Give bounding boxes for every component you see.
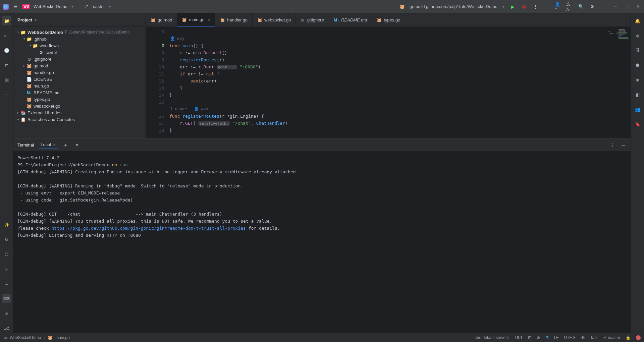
- build-tool-icon[interactable]: ↻: [2, 235, 11, 244]
- pull-requests-icon[interactable]: ⇄: [2, 60, 11, 70]
- close-tab-icon[interactable]: ×: [208, 17, 211, 22]
- main-menu-icon[interactable]: ☰: [12, 3, 19, 10]
- run-tool-icon[interactable]: ▷: [2, 264, 11, 274]
- search-icon[interactable]: 🔍: [578, 3, 584, 10]
- structure-tool-icon[interactable]: ▤: [2, 75, 11, 84]
- status-windows-icon[interactable]: ⊞: [545, 335, 549, 340]
- tree-external-libs[interactable]: ▸📚External Libraries: [13, 109, 146, 116]
- services-tool-icon[interactable]: ⬡: [2, 249, 11, 259]
- project-tool-icon[interactable]: 📁: [2, 16, 11, 25]
- collaborate-icon[interactable]: 👥: [633, 105, 642, 114]
- go-icon: 🐹: [48, 335, 53, 340]
- tree-file-readme[interactable]: M↓README.md: [13, 89, 146, 96]
- breadcrumb-project[interactable]: WebSocketDemo: [10, 335, 41, 340]
- tree-scratches[interactable]: ▸📋Scratches and Consoles: [13, 116, 146, 123]
- terminal-panel: Terminal Local× ＋ ▾ ⋮ ─ PowerShell 7.4.2…: [13, 138, 631, 333]
- run-config-label[interactable]: go build github.com/palp1tate/We...cketD…: [410, 4, 497, 9]
- more-tools-icon[interactable]: ⋯: [2, 90, 11, 99]
- maximize-icon[interactable]: ☐: [623, 3, 630, 10]
- tree-file-license[interactable]: 📄LICENSE: [13, 76, 146, 82]
- project-name[interactable]: WebSocketDemo: [34, 4, 67, 9]
- chevron-down-icon[interactable]: ▾: [35, 18, 37, 22]
- run-gutter-icon[interactable]: ▶: [162, 42, 165, 49]
- status-readmode-icon[interactable]: 👁: [581, 335, 585, 340]
- chevron-down-icon[interactable]: ▾: [71, 5, 73, 8]
- readermode-icon[interactable]: 👁̶: [608, 30, 613, 37]
- tab-more-icon[interactable]: ⋮: [621, 17, 627, 23]
- vcs-tool-icon[interactable]: 🕒: [2, 46, 11, 55]
- branch-name[interactable]: master: [92, 4, 105, 9]
- git-tool-icon[interactable]: ⎇: [2, 323, 11, 333]
- inspection-ok-icon[interactable]: ✓: [616, 30, 619, 37]
- tab-handler[interactable]: 🐹handler.go: [215, 13, 253, 26]
- settings-icon[interactable]: ⚙: [589, 3, 596, 10]
- status-error-indicator[interactable]: [636, 335, 641, 340]
- terminal-link[interactable]: https://pkg.go.dev/github.com/gin-gonic/…: [52, 226, 246, 231]
- database-icon[interactable]: 🗄: [633, 46, 642, 55]
- status-indent[interactable]: Tab: [590, 335, 597, 340]
- status-cursor-pos[interactable]: 19:1: [515, 335, 522, 340]
- tree-folder-github[interactable]: ▾📁.github: [13, 36, 146, 42]
- chevron-down-icon[interactable]: ▾: [109, 5, 111, 8]
- tab-main[interactable]: 🐹main.go×: [177, 13, 215, 26]
- tree-file-websocket[interactable]: 🐹websocket.go: [13, 103, 146, 109]
- tab-gomod[interactable]: 🐹go.mod: [146, 13, 177, 26]
- coverage-icon[interactable]: ◧: [633, 90, 642, 99]
- tree-root[interactable]: ▾📁WebSocketDemoF:\GolandProjects\WebSock…: [13, 29, 146, 36]
- close-icon[interactable]: ✕: [635, 3, 641, 10]
- project-panel: Project ▾ ▾📁WebSocketDemoF:\GolandProjec…: [13, 13, 146, 138]
- tree-file-ci[interactable]: ⚙ci.yml: [13, 49, 146, 56]
- tab-readme[interactable]: M↓README.md: [329, 13, 372, 26]
- terminal-output[interactable]: PowerShell 7.4.2 PS F:\GolandProjects\We…: [13, 152, 631, 333]
- terminal-title: Terminal: [17, 142, 34, 148]
- endpoints-icon[interactable]: ⊕: [633, 75, 642, 84]
- status-icon-1[interactable]: ⊡: [528, 335, 531, 340]
- hide-terminal-icon[interactable]: ─: [620, 142, 627, 149]
- debug-icon[interactable]: 🐞: [521, 3, 527, 10]
- ai-chat-icon[interactable]: ⊚: [633, 31, 642, 40]
- inspection-menu-icon[interactable]: ⋮: [622, 30, 627, 37]
- go-icon: 🐹: [399, 4, 405, 9]
- minimize-icon[interactable]: ─: [612, 3, 619, 10]
- tree-file-gomod[interactable]: ▸🐹go.mod: [13, 62, 146, 69]
- notifications-icon[interactable]: 🔔: [633, 16, 642, 25]
- minimap[interactable]: [617, 27, 631, 138]
- problems-tool-icon[interactable]: ⚠: [2, 308, 11, 318]
- tab-types[interactable]: 🐹types.go: [372, 13, 405, 26]
- terminal-tool-icon[interactable]: ⌨: [2, 294, 11, 303]
- tree-file-main[interactable]: 🐹main.go: [13, 82, 146, 89]
- project-tree[interactable]: ▾📁WebSocketDemoF:\GolandProjects\WebSock…: [13, 27, 146, 138]
- close-icon[interactable]: ×: [53, 142, 56, 147]
- status-lock-icon[interactable]: 🔒: [626, 335, 631, 340]
- more-icon[interactable]: ⋮: [532, 3, 539, 10]
- tree-file-types[interactable]: 🐹types.go: [13, 96, 146, 103]
- status-icon-2[interactable]: ⊕: [537, 335, 540, 340]
- tree-folder-workflows[interactable]: ▾📁workflows: [13, 42, 146, 49]
- status-line-ending[interactable]: LF: [554, 335, 559, 340]
- codewithme-icon[interactable]: 👤⁺: [555, 3, 561, 10]
- bookmark-icon[interactable]: 🔖: [633, 119, 642, 129]
- ai-assistant-icon[interactable]: ✨: [2, 220, 11, 229]
- tab-gitignore[interactable]: ⊘.gitignore: [296, 13, 329, 26]
- breadcrumb-file[interactable]: main.go: [55, 335, 70, 340]
- add-terminal-icon[interactable]: ＋: [62, 142, 69, 149]
- editor-gutter: 6 . 7▶ 8 9 10 11 12 13 14 15 . 16 17: [146, 27, 167, 138]
- status-server[interactable]: <no default server>: [475, 335, 509, 340]
- tree-file-handler[interactable]: 🐹handler.go: [13, 69, 146, 76]
- branch-icon: ⎇: [83, 4, 88, 9]
- commit-tool-icon[interactable]: ○─: [2, 31, 11, 40]
- status-branch[interactable]: ⎇ master: [602, 335, 620, 340]
- terminal-options-icon[interactable]: ⋮: [609, 142, 616, 149]
- terminal-tab-local[interactable]: Local×: [39, 141, 58, 149]
- code-editor[interactable]: 6 . 7▶ 8 9 10 11 12 13 14 15 . 16 17: [146, 27, 631, 138]
- layers-tool-icon[interactable]: ≡: [2, 279, 11, 288]
- status-encoding[interactable]: UTF-8: [564, 335, 576, 340]
- chevron-down-icon[interactable]: ▾: [503, 5, 504, 8]
- translate-icon[interactable]: 文A: [566, 3, 573, 10]
- editor-area: 🐹go.mod 🐹main.go× 🐹handler.go 🐹websocket…: [146, 13, 631, 138]
- terminal-dropdown-icon[interactable]: ▾: [74, 142, 80, 149]
- tree-file-gitignore[interactable]: ⊘.gitignore: [13, 56, 146, 62]
- maven-icon[interactable]: ⬢: [633, 60, 642, 70]
- run-icon[interactable]: ▶: [509, 3, 516, 10]
- tab-websocket[interactable]: 🐹websocket.go: [253, 13, 296, 26]
